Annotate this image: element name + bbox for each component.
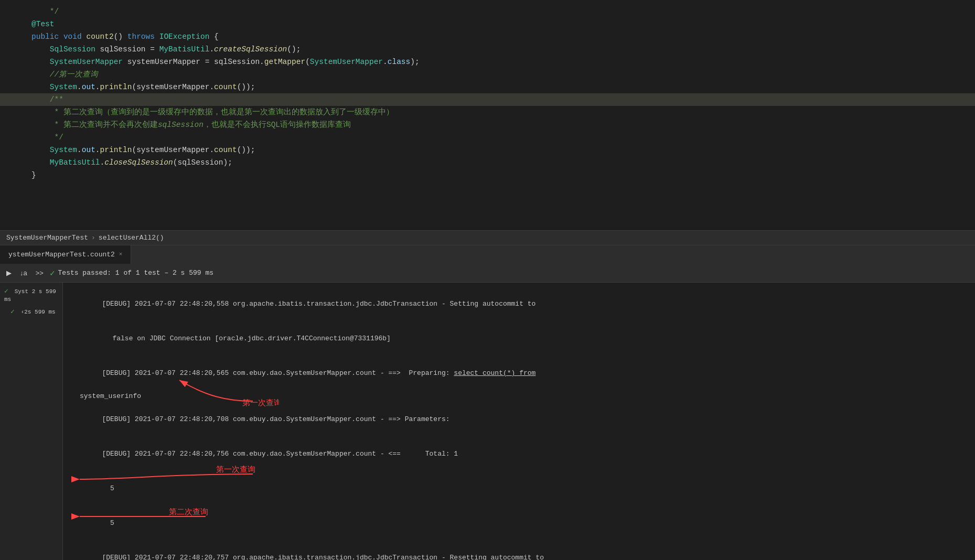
breadcrumb-item-2[interactable]: selectUserAll2() <box>99 234 164 242</box>
run-button[interactable]: ▶ <box>4 268 14 278</box>
code-line-close: } <box>0 169 975 181</box>
pass-icon: ✓ <box>4 287 8 295</box>
code-line-comment-end: */ <box>0 131 975 144</box>
tree-item-label: Syst 2 s 599 ms <box>4 288 56 303</box>
console-line-6-area: 5 第一次查询 <box>69 471 969 506</box>
code-line: System.out.println(systemUserMapper.coun… <box>0 81 975 93</box>
console-line-7: 5 <box>69 506 969 541</box>
sort-button[interactable]: ↓a <box>18 268 29 278</box>
code-line: SqlSession sqlSession = MyBatisUtil.crea… <box>0 43 975 56</box>
tree-case-label: ‹2s 599 ms <box>21 309 56 315</box>
console-line-1b: false on JDBC Connection [oracle.jdbc.dr… <box>69 321 969 356</box>
sort-icon: ↓a <box>20 269 27 277</box>
console-output[interactable]: [DEBUG] 2021-07-07 22:48:20,558 org.apac… <box>63 283 975 560</box>
pass-icon: ✓ <box>50 268 55 278</box>
test-tree-item-suite[interactable]: ✓ Syst 2 s 599 ms <box>0 285 62 305</box>
breadcrumb-item-1[interactable]: SystemUserMapperTest <box>6 234 88 242</box>
console-line-3: system_userinfo <box>80 391 969 402</box>
more-button[interactable]: >> <box>34 268 46 278</box>
test-toolbar: ▶ ↓a >> ✓ Tests passed: 1 of 1 test – 2 … <box>0 264 975 283</box>
test-tree: ✓ Syst 2 s 599 ms ✓ ‹2s 599 ms <box>0 283 63 560</box>
console-line-4: [DEBUG] 2021-07-07 22:48:20,708 com.ebuy… <box>69 402 969 437</box>
breadcrumb: SystemUserMapperTest › selectUserAll2() <box>0 231 975 245</box>
code-line-method-sig: public void count2() throws IOException … <box>0 30 975 43</box>
test-tree-item-case[interactable]: ✓ ‹2s 599 ms <box>0 305 62 318</box>
test-status: ✓ Tests passed: 1 of 1 test – 2 s 599 ms <box>50 268 213 278</box>
code-line: MyBatisUtil.closeSqlSession(sqlSession); <box>0 156 975 169</box>
code-line: System.out.println(systemUserMapper.coun… <box>0 144 975 156</box>
test-panel: ▶ ↓a >> ✓ Tests passed: 1 of 1 test – 2 … <box>0 264 975 560</box>
code-line: SystemUserMapper systemUserMapper = sqlS… <box>0 56 975 68</box>
code-line-annotation: @Test <box>0 18 975 30</box>
breadcrumb-separator: › <box>91 234 95 242</box>
console-line-8: [DEBUG] 2021-07-07 22:48:20,757 org.apac… <box>69 541 969 560</box>
code-line-comment-block: /** <box>0 93 975 106</box>
tab-label: ystemUserMapperTest.count2 <box>8 251 115 259</box>
pass-icon-case: ✓ <box>10 308 15 316</box>
tab-bar: ystemUserMapperTest.count2 × <box>0 245 975 264</box>
close-icon[interactable]: × <box>119 251 123 257</box>
console-line-2: [DEBUG] 2021-07-07 22:48:20,565 com.ebuy… <box>69 356 969 391</box>
code-line-comment: //第一次查询 <box>0 68 975 81</box>
code-line-comment-zh2: * 第二次查询并不会再次创建sqlSession，也就是不会执行SQL语句操作数… <box>0 119 975 131</box>
console-line-5: [DEBUG] 2021-07-07 22:48:20,756 com.ebuy… <box>69 437 969 471</box>
tab-count2[interactable]: ystemUserMapperTest.count2 × <box>0 245 131 264</box>
debug-tag: [DEBUG] 2021-07-07 22:48:20,558 org.apac… <box>102 300 535 308</box>
console-line-7-area: 5 第二次查询 <box>69 506 969 541</box>
console-line-3-area: system_userinfo 第一次查询 <box>69 391 969 402</box>
status-text: Tests passed: 1 of 1 test – 2 s 599 ms <box>58 269 213 277</box>
code-line: */ <box>0 5 975 18</box>
code-line-comment-zh: * 第二次查询（查询到的是一级缓存中的数据，也就是第一次查询出的数据放入到了一级… <box>0 106 975 119</box>
test-content: ✓ Syst 2 s 599 ms ✓ ‹2s 599 ms [DEBUG] 2… <box>0 283 975 560</box>
console-line-6: 5 <box>69 471 969 506</box>
console-line-1: [DEBUG] 2021-07-07 22:48:20,558 org.apac… <box>69 287 969 321</box>
code-editor: */ @Test public void count2() throws IOE… <box>0 0 975 231</box>
